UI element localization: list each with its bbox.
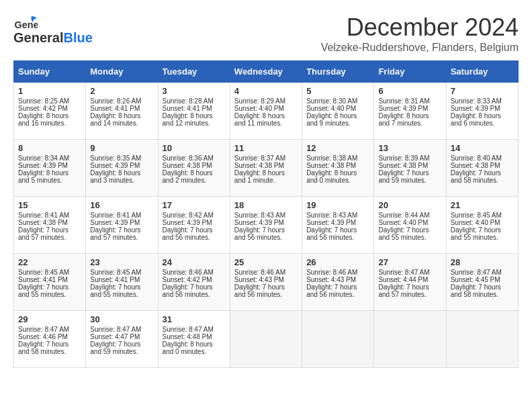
svg-text:General: General bbox=[14, 19, 38, 30]
col-header-friday: Friday bbox=[374, 61, 446, 83]
sunrise-text: Sunrise: 8:31 AM bbox=[378, 97, 441, 105]
col-header-thursday: Thursday bbox=[302, 61, 374, 83]
daylight-text: Daylight: 7 hours and 58 minutes. bbox=[451, 283, 514, 298]
daylight-text: Daylight: 8 hours and 0 minutes. bbox=[306, 169, 369, 184]
sunrise-text: Sunrise: 8:43 AM bbox=[234, 212, 298, 219]
sunset-text: Sunset: 4:40 PM bbox=[306, 105, 369, 112]
day-number: 12 bbox=[306, 143, 369, 153]
daylight-text: Daylight: 7 hours and 57 minutes. bbox=[378, 283, 441, 298]
sunrise-text: Sunrise: 8:41 AM bbox=[90, 212, 153, 219]
week-row-2: 8Sunrise: 8:34 AMSunset: 4:39 PMDaylight… bbox=[14, 140, 519, 197]
daylight-text: Daylight: 7 hours and 57 minutes. bbox=[90, 226, 153, 241]
sunrise-text: Sunrise: 8:47 AM bbox=[451, 269, 514, 276]
sunrise-text: Sunrise: 8:25 AM bbox=[18, 97, 81, 105]
day-number: 4 bbox=[234, 86, 298, 96]
day-cell: 19Sunrise: 8:43 AMSunset: 4:39 PMDayligh… bbox=[302, 197, 374, 254]
sunset-text: Sunset: 4:41 PM bbox=[163, 105, 226, 112]
day-number: 2 bbox=[90, 86, 153, 96]
sunset-text: Sunset: 4:43 PM bbox=[234, 276, 298, 283]
day-cell bbox=[302, 311, 374, 368]
daylight-text: Daylight: 7 hours and 56 minutes. bbox=[234, 283, 298, 298]
sunrise-text: Sunrise: 8:41 AM bbox=[18, 212, 81, 219]
logo-blue: Blue bbox=[63, 30, 92, 45]
day-cell: 31Sunrise: 8:47 AMSunset: 4:48 PMDayligh… bbox=[158, 311, 230, 368]
daylight-text: Daylight: 7 hours and 55 minutes. bbox=[451, 226, 514, 241]
day-number: 19 bbox=[306, 200, 369, 210]
daylight-text: Daylight: 8 hours and 9 minutes. bbox=[306, 112, 369, 127]
sunrise-text: Sunrise: 8:34 AM bbox=[18, 154, 81, 162]
sunset-text: Sunset: 4:38 PM bbox=[306, 162, 369, 169]
day-number: 23 bbox=[90, 257, 153, 267]
day-number: 11 bbox=[234, 143, 298, 153]
sunset-text: Sunset: 4:45 PM bbox=[451, 276, 514, 283]
sunrise-text: Sunrise: 8:46 AM bbox=[163, 269, 226, 276]
sunset-text: Sunset: 4:48 PM bbox=[163, 333, 226, 340]
day-number: 7 bbox=[451, 86, 514, 96]
day-cell: 16Sunrise: 8:41 AMSunset: 4:39 PMDayligh… bbox=[86, 197, 158, 254]
sunset-text: Sunset: 4:46 PM bbox=[18, 333, 81, 340]
day-cell: 30Sunrise: 8:47 AMSunset: 4:47 PMDayligh… bbox=[86, 311, 158, 368]
sunset-text: Sunset: 4:39 PM bbox=[90, 219, 153, 226]
day-cell: 23Sunrise: 8:45 AMSunset: 4:41 PMDayligh… bbox=[86, 254, 158, 311]
day-cell: 22Sunrise: 8:45 AMSunset: 4:41 PMDayligh… bbox=[14, 254, 86, 311]
sunset-text: Sunset: 4:38 PM bbox=[378, 162, 441, 169]
sunset-text: Sunset: 4:43 PM bbox=[306, 276, 369, 283]
sunrise-text: Sunrise: 8:47 AM bbox=[90, 326, 153, 333]
title-section: December 2024 Velzeke-Ruddershove, Fland… bbox=[321, 13, 519, 54]
day-number: 1 bbox=[18, 86, 81, 96]
daylight-text: Daylight: 7 hours and 56 minutes. bbox=[306, 226, 369, 241]
daylight-text: Daylight: 7 hours and 55 minutes. bbox=[18, 283, 81, 298]
sunrise-text: Sunrise: 8:42 AM bbox=[163, 212, 226, 219]
sunset-text: Sunset: 4:41 PM bbox=[90, 105, 153, 112]
sunrise-text: Sunrise: 8:46 AM bbox=[234, 269, 298, 276]
day-cell: 25Sunrise: 8:46 AMSunset: 4:43 PMDayligh… bbox=[230, 254, 302, 311]
daylight-text: Daylight: 7 hours and 55 minutes. bbox=[378, 226, 441, 241]
daylight-text: Daylight: 7 hours and 58 minutes. bbox=[451, 169, 514, 184]
day-cell: 5Sunrise: 8:30 AMSunset: 4:40 PMDaylight… bbox=[302, 83, 374, 140]
day-cell: 10Sunrise: 8:36 AMSunset: 4:38 PMDayligh… bbox=[158, 140, 230, 197]
sunrise-text: Sunrise: 8:36 AM bbox=[163, 154, 226, 162]
day-number: 10 bbox=[163, 143, 226, 153]
day-cell: 7Sunrise: 8:33 AMSunset: 4:39 PMDaylight… bbox=[446, 83, 518, 140]
day-cell bbox=[374, 311, 446, 368]
page-container: General GeneralBlue December 2024 Velzek… bbox=[13, 13, 519, 368]
sunset-text: Sunset: 4:44 PM bbox=[378, 276, 441, 283]
sunset-text: Sunset: 4:38 PM bbox=[234, 162, 298, 169]
sunrise-text: Sunrise: 8:44 AM bbox=[378, 212, 441, 219]
header-row: SundayMondayTuesdayWednesdayThursdayFrid… bbox=[14, 61, 519, 83]
daylight-text: Daylight: 7 hours and 56 minutes. bbox=[163, 226, 226, 241]
sunrise-text: Sunrise: 8:29 AM bbox=[234, 97, 298, 105]
daylight-text: Daylight: 8 hours and 11 minutes. bbox=[234, 112, 298, 127]
day-cell: 17Sunrise: 8:42 AMSunset: 4:39 PMDayligh… bbox=[158, 197, 230, 254]
sunrise-text: Sunrise: 8:46 AM bbox=[306, 269, 369, 276]
sunset-text: Sunset: 4:47 PM bbox=[90, 333, 153, 340]
sunset-text: Sunset: 4:39 PM bbox=[234, 219, 298, 226]
day-number: 3 bbox=[163, 86, 226, 96]
daylight-text: Daylight: 8 hours and 12 minutes. bbox=[163, 112, 226, 127]
daylight-text: Daylight: 7 hours and 58 minutes. bbox=[18, 340, 81, 355]
sunset-text: Sunset: 4:40 PM bbox=[378, 219, 441, 226]
day-number: 30 bbox=[90, 314, 153, 324]
header: General GeneralBlue December 2024 Velzek… bbox=[13, 13, 519, 54]
daylight-text: Daylight: 8 hours and 3 minutes. bbox=[90, 169, 153, 184]
daylight-text: Daylight: 7 hours and 56 minutes. bbox=[163, 283, 226, 298]
sunrise-text: Sunrise: 8:39 AM bbox=[378, 154, 441, 162]
day-cell: 1Sunrise: 8:25 AMSunset: 4:42 PMDaylight… bbox=[14, 83, 86, 140]
day-cell bbox=[230, 311, 302, 368]
daylight-text: Daylight: 8 hours and 2 minutes. bbox=[163, 169, 226, 184]
sunset-text: Sunset: 4:38 PM bbox=[18, 219, 81, 226]
daylight-text: Daylight: 7 hours and 59 minutes. bbox=[378, 169, 441, 184]
daylight-text: Daylight: 7 hours and 55 minutes. bbox=[90, 283, 153, 298]
daylight-text: Daylight: 8 hours and 5 minutes. bbox=[18, 169, 81, 184]
day-cell: 12Sunrise: 8:38 AMSunset: 4:38 PMDayligh… bbox=[302, 140, 374, 197]
day-number: 17 bbox=[163, 200, 226, 210]
sunrise-text: Sunrise: 8:30 AM bbox=[306, 97, 369, 105]
daylight-text: Daylight: 7 hours and 56 minutes. bbox=[234, 226, 298, 241]
day-cell: 20Sunrise: 8:44 AMSunset: 4:40 PMDayligh… bbox=[374, 197, 446, 254]
sunrise-text: Sunrise: 8:43 AM bbox=[306, 212, 369, 219]
daylight-text: Daylight: 7 hours and 56 minutes. bbox=[306, 283, 369, 298]
daylight-text: Daylight: 8 hours and 1 minute. bbox=[234, 169, 298, 184]
sunrise-text: Sunrise: 8:26 AM bbox=[90, 97, 153, 105]
sunset-text: Sunset: 4:40 PM bbox=[234, 105, 298, 112]
day-number: 14 bbox=[451, 143, 514, 153]
